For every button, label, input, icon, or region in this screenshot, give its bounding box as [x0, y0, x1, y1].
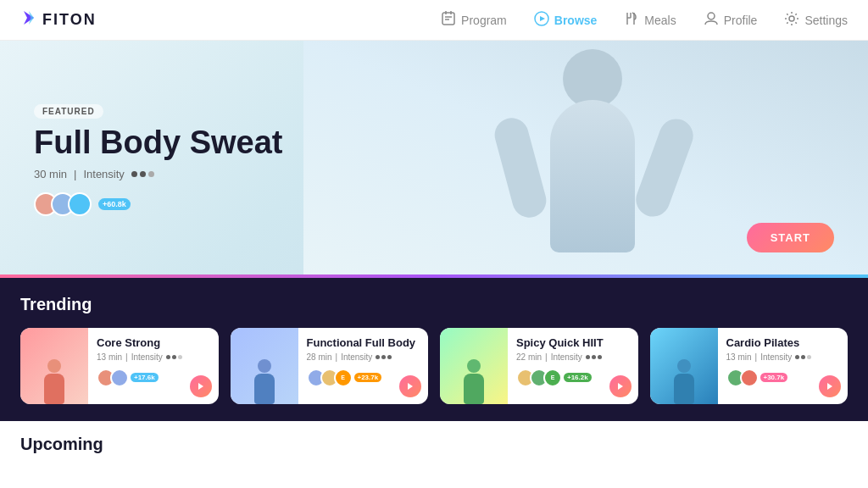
svg-rect-2 — [442, 13, 454, 25]
card-duration-cardio-pilates: 13 min — [726, 352, 752, 362]
card-dot-2 — [807, 355, 811, 359]
main-nav: Program Browse Meals — [441, 11, 848, 29]
card-dot-1 — [592, 355, 596, 359]
card-intensity-label-spicy-quick-hiit: Intensity — [551, 352, 582, 362]
hero-count: +60.8k — [98, 198, 131, 210]
upcoming-section: Upcoming — [0, 421, 868, 468]
avatar-3 — [68, 192, 92, 216]
avatar-stack — [34, 192, 92, 216]
trending-title: Trending — [20, 295, 848, 314]
card-title-cardio-pilates: Cardio Pilates — [726, 336, 840, 350]
card-thumb-functional-full-body — [231, 328, 298, 404]
card-dot-1 — [801, 355, 805, 359]
card-dots-spicy-quick-hiit — [586, 355, 602, 359]
svg-marker-15 — [408, 383, 413, 390]
hero-section: FEATURED Full Body Sweat 30 min | Intens… — [0, 41, 868, 278]
person-head — [258, 359, 271, 373]
start-button[interactable]: START — [747, 223, 834, 252]
hero-avatars: +60.8k — [34, 192, 282, 216]
card-special-avatar-2: E — [543, 369, 562, 387]
card-title-core-strong: Core Strong — [97, 336, 210, 350]
workout-card-core-strong[interactable]: Core Strong 13 min | Intensity +17.6k — [20, 328, 219, 404]
logo-icon — [20, 9, 37, 30]
nav-browse-label: Browse — [554, 14, 598, 27]
nav-meals[interactable]: Meals — [624, 11, 676, 29]
card-meta-functional-full-body: 28 min | Intensity — [307, 352, 420, 362]
card-special-avatar-1: E — [334, 369, 353, 387]
dot-1 — [131, 171, 137, 177]
workout-card-spicy-quick-hiit[interactable]: Spicy Quick HIIT 22 min | Intensity E +1… — [440, 328, 638, 404]
nav-meals-label: Meals — [644, 14, 676, 27]
dot-2 — [140, 171, 146, 177]
upcoming-title: Upcoming — [20, 435, 848, 454]
card-meta-spicy-quick-hiit: 22 min | Intensity — [516, 352, 630, 362]
nav-profile[interactable]: Profile — [704, 11, 758, 29]
browse-icon — [534, 11, 549, 29]
card-dot-2 — [387, 355, 392, 359]
card-meta-cardio-pilates: 13 min | Intensity — [726, 352, 840, 362]
nav-program-label: Program — [461, 14, 507, 27]
card-dot-2 — [598, 355, 602, 359]
hero-meta: 30 min | Intensity — [34, 168, 282, 180]
svg-marker-17 — [827, 383, 832, 390]
featured-badge: FEATURED — [34, 104, 103, 119]
intensity-dots — [131, 171, 154, 177]
card-count-spicy-quick-hiit: +16.2k — [564, 373, 592, 382]
svg-point-13 — [789, 16, 794, 21]
card-dots-functional-full-body — [376, 355, 392, 359]
hero-separator: | — [74, 168, 76, 180]
card-intensity-label-functional-full-body: Intensity — [341, 352, 372, 362]
card-duration-core-strong: 13 min — [97, 352, 122, 362]
play-button-cardio-pilates[interactable] — [819, 375, 841, 397]
card-dot-2 — [178, 355, 182, 359]
card-avatar-2-core-strong — [110, 369, 129, 387]
card-thumb-core-strong — [20, 328, 88, 404]
person-head — [47, 359, 61, 373]
person-shape-cardio-pilates — [674, 359, 694, 404]
trending-section: Trending Core Strong 13 min | Intensity — [0, 278, 868, 421]
person-body — [44, 374, 64, 404]
workout-card-cardio-pilates[interactable]: Cardio Pilates 13 min | Intensity +30.7k — [650, 328, 849, 404]
person-shape-core-strong — [44, 359, 64, 404]
card-count-cardio-pilates: +30.7k — [760, 373, 788, 382]
person-body — [464, 374, 484, 404]
card-intensity-label-cardio-pilates: Intensity — [760, 352, 792, 362]
card-dot-0 — [795, 355, 799, 359]
card-duration-spicy-quick-hiit: 22 min — [516, 352, 542, 362]
nav-browse[interactable]: Browse — [534, 11, 598, 29]
svg-marker-8 — [540, 16, 545, 21]
card-thumb-cardio-pilates — [650, 328, 718, 404]
nav-profile-label: Profile — [724, 14, 758, 27]
hero-bar — [0, 274, 868, 278]
person-body — [674, 374, 694, 404]
nav-program[interactable]: Program — [441, 11, 507, 29]
play-button-functional-full-body[interactable] — [399, 375, 421, 397]
play-button-core-strong[interactable] — [190, 375, 212, 397]
card-dot-0 — [166, 355, 170, 359]
person-head — [677, 359, 691, 373]
person-shape-spicy-quick-hiit — [464, 359, 484, 404]
hero-duration: 30 min — [34, 168, 67, 180]
settings-icon — [784, 11, 799, 29]
hero-content: FEATURED Full Body Sweat 30 min | Intens… — [34, 103, 282, 216]
card-dot-1 — [172, 355, 176, 359]
nav-settings-label: Settings — [804, 14, 848, 27]
card-thumb-spicy-quick-hiit — [440, 328, 508, 404]
dot-3 — [148, 171, 154, 177]
card-dots-core-strong — [166, 355, 182, 359]
card-title-functional-full-body: Functional Full Body — [307, 336, 420, 350]
card-meta-core-strong: 13 min | Intensity — [97, 352, 210, 362]
person-shape-functional-full-body — [254, 359, 275, 404]
header: FITON Program Browse — [0, 0, 868, 41]
svg-marker-16 — [618, 383, 623, 390]
svg-marker-14 — [198, 383, 203, 390]
hero-title: Full Body Sweat — [34, 125, 282, 161]
person-body — [254, 374, 275, 404]
card-dot-0 — [376, 355, 380, 359]
program-icon — [441, 11, 456, 29]
logo-text: FITON — [42, 11, 97, 29]
nav-settings[interactable]: Settings — [784, 11, 848, 29]
workout-card-functional-full-body[interactable]: Functional Full Body 28 min | Intensity … — [231, 328, 429, 404]
play-button-spicy-quick-hiit[interactable] — [609, 375, 632, 397]
card-dots-cardio-pilates — [795, 355, 811, 359]
